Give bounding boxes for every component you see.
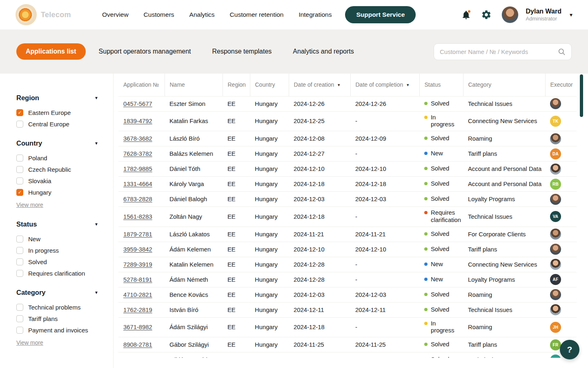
cell-date-of-creation: 2024-12-18 bbox=[289, 317, 350, 337]
nav-item-integrations[interactable]: Integrations bbox=[298, 11, 332, 18]
filter-option-czech-republic[interactable]: Czech Republic bbox=[16, 166, 98, 173]
executor-avatar[interactable]: TK bbox=[550, 116, 561, 127]
filter-option-eastern-europe[interactable]: ✓Eastern Europe bbox=[16, 109, 98, 116]
application-number-link[interactable]: 1879-2781 bbox=[123, 231, 152, 238]
application-number-link[interactable]: 1331-4664 bbox=[123, 181, 152, 187]
filter-option-poland[interactable]: Poland bbox=[16, 155, 98, 162]
search-icon[interactable] bbox=[558, 48, 566, 56]
executor-avatar[interactable] bbox=[550, 259, 561, 270]
checkbox-icon[interactable] bbox=[16, 258, 23, 265]
view-more-link[interactable]: View more bbox=[16, 339, 43, 346]
filter-option-central-europe[interactable]: Central Europe bbox=[16, 121, 98, 128]
application-number-link[interactable]: 7628-3782 bbox=[123, 150, 152, 157]
executor-avatar[interactable]: JH bbox=[550, 322, 561, 333]
application-number-link[interactable]: 0457-5677 bbox=[123, 101, 152, 107]
checkbox-icon[interactable] bbox=[16, 247, 23, 254]
filter-header-status[interactable]: Status▼ bbox=[16, 220, 98, 228]
filter-option-tariff-plans[interactable]: Tariff plans bbox=[16, 315, 98, 322]
executor-avatar[interactable] bbox=[550, 133, 561, 144]
nav-item-customers[interactable]: Customers bbox=[144, 11, 174, 18]
user-menu-chevron-icon[interactable]: ▾ bbox=[570, 11, 572, 18]
application-number-link[interactable]: 1762-2819 bbox=[123, 307, 152, 313]
executor-avatar[interactable]: AF bbox=[550, 274, 561, 285]
cell-status: Solved bbox=[419, 192, 463, 207]
nav-item-analytics[interactable]: Analytics bbox=[189, 11, 215, 18]
filter-option-payment-and-invoices[interactable]: Payment and invoices bbox=[16, 327, 98, 334]
checkbox-icon[interactable] bbox=[16, 315, 23, 322]
notifications-bell-icon[interactable] bbox=[461, 10, 471, 20]
checkbox-icon[interactable] bbox=[16, 166, 23, 173]
checkbox-checked-icon[interactable]: ✓ bbox=[16, 109, 23, 116]
executor-avatar[interactable] bbox=[550, 355, 561, 358]
settings-gear-icon[interactable] bbox=[481, 9, 492, 20]
sort-desc-icon[interactable]: ▼ bbox=[406, 83, 410, 87]
application-number-link[interactable]: 1561-8283 bbox=[123, 213, 152, 220]
executor-avatar[interactable]: FR bbox=[550, 339, 561, 350]
checkbox-icon[interactable] bbox=[16, 236, 23, 242]
scrollbar-thumb[interactable] bbox=[580, 74, 583, 117]
filter-option-new[interactable]: New bbox=[16, 236, 98, 242]
checkbox-icon[interactable] bbox=[16, 304, 23, 311]
filter-option-in-progress[interactable]: In progress bbox=[16, 247, 98, 254]
application-number-link[interactable]: 6783-2828 bbox=[123, 196, 152, 202]
checkbox-icon[interactable] bbox=[16, 327, 23, 334]
application-number-link[interactable]: 1782-9885 bbox=[123, 166, 152, 172]
application-number-link[interactable]: 3959-3842 bbox=[123, 246, 152, 253]
checkbox-icon[interactable] bbox=[16, 121, 23, 128]
help-button[interactable]: ? bbox=[560, 340, 579, 359]
support-service-button[interactable]: Support Service bbox=[345, 6, 416, 23]
column-header-date-of-completion[interactable]: Date of completion▼ bbox=[350, 74, 419, 96]
executor-avatar[interactable] bbox=[550, 98, 561, 109]
executor-avatar[interactable]: DA bbox=[550, 148, 561, 159]
executor-avatar[interactable]: RB bbox=[550, 179, 561, 190]
checkbox-icon[interactable] bbox=[16, 270, 23, 277]
filter-header-region[interactable]: Region▼ bbox=[16, 94, 98, 102]
application-number-link[interactable]: 3678-3682 bbox=[123, 135, 152, 142]
application-number-link[interactable]: 4710-2821 bbox=[123, 292, 152, 298]
cell-application-number: 3671-8982 bbox=[118, 317, 165, 337]
filter-option-hungary[interactable]: ✓Hungary bbox=[16, 189, 98, 196]
application-number-link[interactable]: 8908-2781 bbox=[123, 341, 152, 348]
filter-option-solved[interactable]: Solved bbox=[16, 258, 98, 265]
application-number-link[interactable]: 1839-4792 bbox=[123, 118, 152, 124]
application-number-link[interactable]: 3671-8982 bbox=[123, 324, 152, 330]
executor-avatar[interactable] bbox=[550, 289, 561, 300]
tab-applications-list[interactable]: Applications list bbox=[16, 43, 86, 60]
filter-option-technical-problems[interactable]: Technical problems bbox=[16, 304, 98, 311]
cell-date-of-completion: 2024-12-10 bbox=[350, 162, 419, 177]
sort-desc-icon[interactable]: ▼ bbox=[337, 83, 341, 87]
cell-date-of-creation: 2024-12-28 bbox=[289, 272, 350, 287]
tab-response-templates[interactable]: Response templates bbox=[204, 44, 280, 59]
filter-option-requires-clarification[interactable]: Requires clarification bbox=[16, 270, 98, 277]
checkbox-icon[interactable] bbox=[16, 177, 23, 184]
executor-avatar[interactable] bbox=[550, 244, 561, 255]
application-number-link[interactable]: 7289-3919 bbox=[123, 261, 152, 268]
application-number-link[interactable]: 9839-2676 bbox=[123, 357, 152, 358]
view-more-link[interactable]: View more bbox=[16, 202, 43, 208]
column-header-date-of-creation[interactable]: Date of creation▼ bbox=[289, 74, 350, 96]
cell-category: Roaming bbox=[463, 287, 545, 302]
tab-support-operators-management[interactable]: Support operators management bbox=[91, 44, 199, 59]
search-input[interactable] bbox=[440, 48, 555, 55]
status-dot-icon bbox=[424, 137, 428, 140]
executor-avatar[interactable]: VA bbox=[550, 211, 561, 222]
tab-analytics-and-reports[interactable]: Analytics and reports bbox=[285, 44, 362, 59]
filter-header-country[interactable]: Country▼ bbox=[16, 139, 98, 147]
filter-header-category[interactable]: Category▼ bbox=[16, 289, 98, 296]
executor-avatar[interactable] bbox=[550, 164, 561, 175]
nav-item-customer-retention[interactable]: Customer retention bbox=[230, 11, 284, 18]
status-indicator: Solved bbox=[424, 246, 458, 253]
checkbox-icon[interactable] bbox=[16, 155, 23, 162]
checkbox-checked-icon[interactable]: ✓ bbox=[16, 189, 23, 196]
nav-item-overview[interactable]: Overview bbox=[102, 11, 129, 18]
executor-avatar[interactable] bbox=[550, 194, 561, 205]
user-avatar[interactable] bbox=[501, 6, 519, 23]
filter-option-label: Slovakia bbox=[28, 177, 51, 184]
cell-name: László Lakatos bbox=[165, 227, 223, 242]
application-number-link[interactable]: 5278-8191 bbox=[123, 276, 152, 283]
filter-option-slovakia[interactable]: Slovakia bbox=[16, 177, 98, 184]
cell-country: Hungary bbox=[250, 177, 289, 192]
executor-avatar[interactable] bbox=[550, 304, 561, 315]
cell-application-number: 1331-4664 bbox=[118, 177, 165, 192]
executor-avatar[interactable] bbox=[550, 229, 561, 240]
